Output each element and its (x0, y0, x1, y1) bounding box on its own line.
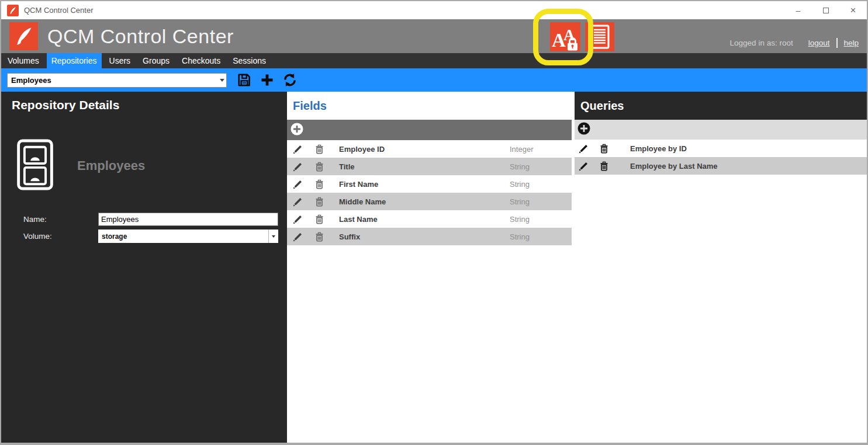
delete-field-icon[interactable] (314, 213, 329, 225)
delete-field-icon[interactable] (314, 178, 329, 190)
edit-query-icon[interactable] (577, 160, 595, 172)
tab-groups[interactable]: Groups (138, 53, 174, 68)
app-feather-icon (7, 5, 19, 16)
queries-add-bar (575, 120, 867, 140)
user-area: Logged in as: root logout help (730, 38, 859, 53)
add-query-button[interactable] (577, 122, 590, 137)
window-controls: – × (784, 1, 867, 19)
query-name: Employee by ID (630, 144, 687, 153)
repository-form: Name: Volume: storage (23, 213, 287, 243)
tab-users[interactable]: Users (105, 53, 136, 68)
field-name: Suffix (339, 232, 510, 241)
close-icon[interactable]: × (839, 1, 867, 19)
edit-field-icon[interactable] (292, 178, 309, 190)
edit-field-icon[interactable] (292, 143, 309, 155)
logged-in-text: Logged in as: root (730, 39, 793, 47)
tab-checkouts[interactable]: Checkouts (177, 53, 225, 68)
report-icon[interactable] (585, 22, 614, 51)
app-title: QCM Control Center (47, 25, 234, 48)
query-row: Employee by ID (575, 140, 867, 157)
volume-select-value: storage (98, 232, 127, 241)
repository-cabinet-icon (16, 139, 54, 193)
delete-field-icon[interactable] (314, 143, 329, 155)
field-name: Title (339, 162, 510, 171)
tab-bar: Volumes Repositories Users Groups Checko… (1, 53, 867, 68)
tab-sessions[interactable]: Sessions (228, 53, 271, 68)
volume-select[interactable]: storage (98, 230, 278, 243)
field-row: Last Name String (287, 210, 572, 228)
panel-title: Repository Details (12, 98, 287, 112)
fields-add-bar (287, 120, 572, 140)
add-repository-button[interactable] (259, 72, 275, 88)
field-row: Employee ID Integer (287, 140, 572, 158)
name-input[interactable] (98, 213, 278, 226)
chevron-down-icon[interactable] (217, 74, 226, 87)
minimize-icon[interactable]: – (784, 1, 812, 19)
edit-field-icon[interactable] (292, 213, 309, 225)
field-type: String (510, 180, 572, 189)
add-field-button[interactable] (291, 123, 303, 138)
save-button[interactable] (236, 72, 253, 88)
field-name: Middle Name (339, 197, 510, 206)
fields-panel: Fields Employee ID Integer Title String (287, 92, 572, 443)
volume-label: Volume: (23, 232, 98, 241)
repository-display-name: Employees (77, 158, 145, 173)
queries-panel: Queries Employee by ID Employee by Last … (575, 92, 867, 443)
field-name: Last Name (339, 215, 510, 224)
field-type: String (510, 162, 572, 171)
query-name: Employee by Last Name (630, 162, 718, 171)
font-lock-icon[interactable]: A A (550, 22, 580, 51)
query-row: Employee by Last Name (575, 157, 867, 175)
delete-field-icon[interactable] (314, 231, 329, 243)
edit-field-icon[interactable] (292, 161, 309, 173)
tab-repositories[interactable]: Repositories (47, 53, 102, 68)
name-label: Name: (23, 215, 98, 224)
delete-query-icon[interactable] (599, 142, 614, 155)
maximize-icon[interactable] (812, 1, 839, 19)
field-type: String (510, 197, 572, 206)
field-type: Integer (510, 145, 572, 154)
tab-volumes[interactable]: Volumes (3, 53, 44, 68)
edit-query-icon[interactable] (577, 142, 595, 155)
delete-field-icon[interactable] (314, 161, 329, 173)
help-link[interactable]: help (843, 39, 859, 47)
link-divider (836, 38, 838, 48)
title-bar: QCM Control Center – × (1, 1, 867, 19)
repository-toolbar: Employees (1, 68, 867, 92)
field-row: Middle Name String (287, 193, 572, 210)
main-area: Repository Details Employees Name: (1, 92, 867, 443)
repository-select[interactable]: Employees (7, 73, 227, 88)
app-header: QCM Control Center Logged in as: root lo… (1, 19, 867, 53)
field-name: Employee ID (339, 145, 510, 154)
field-row: Title String (287, 158, 572, 175)
field-type: String (510, 232, 572, 241)
fields-panel-title: Fields (287, 92, 572, 120)
window-title: QCM Control Center (24, 6, 93, 15)
edit-field-icon[interactable] (292, 196, 309, 208)
repository-details-panel: Repository Details Employees Name: (1, 92, 287, 443)
field-row: First Name String (287, 175, 572, 193)
field-type: String (510, 215, 572, 224)
repository-select-value: Employees (11, 76, 51, 85)
delete-field-icon[interactable] (314, 196, 329, 208)
edit-field-icon[interactable] (292, 231, 309, 243)
logout-link[interactable]: logout (808, 39, 830, 47)
field-name: First Name (339, 180, 510, 189)
chevron-down-icon[interactable] (268, 230, 278, 243)
delete-query-icon[interactable] (599, 160, 614, 172)
app-window: QCM Control Center – × QCM Control Cente… (0, 0, 868, 445)
toolbar-buttons (236, 72, 298, 88)
app-logo-feather-icon (9, 22, 38, 50)
refresh-button[interactable] (282, 72, 298, 88)
queries-panel-title: Queries (575, 92, 867, 120)
field-row: Suffix String (287, 228, 572, 245)
